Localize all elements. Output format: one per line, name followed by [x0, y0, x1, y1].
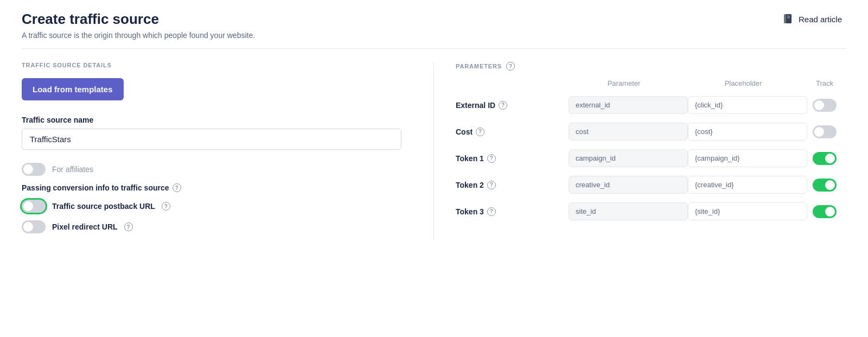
param-name-3: Token 2 ?: [456, 181, 564, 189]
param-placeholder-input-2[interactable]: [688, 149, 807, 167]
param-placeholder-input-3[interactable]: [688, 176, 807, 194]
param-parameter-input-2[interactable]: [569, 149, 688, 167]
param-track-col-2: [803, 152, 846, 165]
param-track-col-0: [803, 99, 846, 112]
param-placeholder-input-1[interactable]: [688, 123, 807, 141]
passing-conversion-label: Passing conversion info to traffic sourc…: [22, 183, 412, 192]
book-icon: [782, 13, 794, 25]
traffic-source-name-input[interactable]: [22, 129, 401, 150]
passing-conversion-help-icon[interactable]: ?: [173, 183, 181, 192]
parameters-header: PARAMETERS ?: [456, 62, 846, 71]
param-help-icon-0[interactable]: ?: [499, 101, 507, 110]
pixel-redirect-toggle[interactable]: [22, 220, 46, 233]
pixel-redirect-row: Pixel redirect URL ?: [22, 220, 412, 233]
param-help-icon-2[interactable]: ?: [487, 154, 496, 163]
param-track-slider-0: [813, 99, 837, 112]
svg-rect-3: [787, 17, 790, 18]
page-subtitle: A traffic source is the origin through w…: [22, 31, 255, 40]
postback-url-row: Traffic source postback URL ?: [22, 200, 412, 213]
read-article-label: Read article: [799, 15, 842, 24]
parameters-label: PARAMETERS: [456, 63, 502, 69]
param-track-col-4: [803, 205, 846, 218]
for-affiliates-toggle[interactable]: [22, 163, 46, 176]
pixel-redirect-slider: [22, 220, 46, 233]
pixel-redirect-help-icon[interactable]: ?: [124, 222, 133, 231]
param-track-toggle-1[interactable]: [813, 125, 837, 138]
header-left: Create traffic source A traffic source i…: [22, 11, 255, 40]
param-name-1: Cost ?: [456, 128, 564, 136]
parameters-help-icon[interactable]: ?: [506, 62, 515, 71]
page-wrapper: Create traffic source A traffic source i…: [0, 0, 868, 337]
param-placeholder-input-4[interactable]: [688, 202, 807, 220]
for-affiliates-label: For affiliates: [52, 165, 93, 174]
page-header: Create traffic source A traffic source i…: [22, 11, 846, 49]
param-name-0: External ID ?: [456, 101, 564, 110]
param-column-headers: Parameter Placeholder Track: [456, 79, 846, 92]
param-parameter-input-4[interactable]: [569, 202, 688, 220]
param-row: Token 2 ?: [456, 176, 846, 194]
for-affiliates-slider: [22, 163, 46, 176]
traffic-source-name-label: Traffic source name: [22, 116, 412, 124]
svg-rect-1: [786, 14, 792, 23]
postback-url-slider: [22, 200, 46, 213]
param-track-toggle-0[interactable]: [813, 99, 837, 112]
param-track-toggle-4[interactable]: [813, 205, 837, 218]
col-header-name: [456, 79, 564, 87]
postback-url-label: Traffic source postback URL: [52, 202, 155, 211]
param-help-icon-1[interactable]: ?: [476, 128, 484, 136]
param-name-2: Token 1 ?: [456, 154, 564, 163]
param-track-col-1: [803, 125, 846, 138]
main-layout: TRAFFIC SOURCE DETAILS Load from templat…: [22, 62, 846, 241]
svg-rect-2: [787, 16, 790, 17]
param-placeholder-input-0[interactable]: [688, 96, 807, 114]
read-article-button[interactable]: Read article: [778, 11, 846, 27]
right-panel: PARAMETERS ? Parameter Placeholder Track…: [434, 62, 846, 241]
pixel-redirect-label: Pixel redirect URL: [52, 222, 118, 231]
param-track-slider-1: [813, 125, 837, 138]
param-row: Cost ?: [456, 123, 846, 141]
param-rows-container: External ID ? Cost ? Token 1 ?: [456, 96, 846, 220]
param-track-slider-4: [813, 205, 837, 218]
param-track-slider-2: [813, 152, 837, 165]
param-track-col-3: [803, 179, 846, 192]
traffic-source-details-label: TRAFFIC SOURCE DETAILS: [22, 62, 412, 68]
left-panel: TRAFFIC SOURCE DETAILS Load from templat…: [22, 62, 434, 241]
param-row: External ID ?: [456, 96, 846, 114]
param-track-toggle-2[interactable]: [813, 152, 837, 165]
param-parameter-input-1[interactable]: [569, 123, 688, 141]
param-help-icon-3[interactable]: ?: [487, 181, 496, 189]
param-row: Token 1 ?: [456, 149, 846, 167]
load-templates-button[interactable]: Load from templates: [22, 78, 124, 100]
param-track-toggle-3[interactable]: [813, 179, 837, 192]
param-track-slider-3: [813, 179, 837, 192]
col-header-parameter: Parameter: [564, 79, 684, 87]
postback-url-toggle[interactable]: [22, 200, 46, 213]
col-header-placeholder: Placeholder: [684, 79, 803, 87]
page-title: Create traffic source: [22, 11, 255, 28]
param-parameter-input-0[interactable]: [569, 96, 688, 114]
param-help-icon-4[interactable]: ?: [487, 207, 496, 216]
param-row: Token 3 ?: [456, 202, 846, 220]
postback-url-help-icon[interactable]: ?: [162, 202, 170, 211]
param-parameter-input-3[interactable]: [569, 176, 688, 194]
param-name-4: Token 3 ?: [456, 207, 564, 216]
for-affiliates-row: For affiliates: [22, 163, 412, 176]
col-header-track: Track: [803, 79, 846, 87]
